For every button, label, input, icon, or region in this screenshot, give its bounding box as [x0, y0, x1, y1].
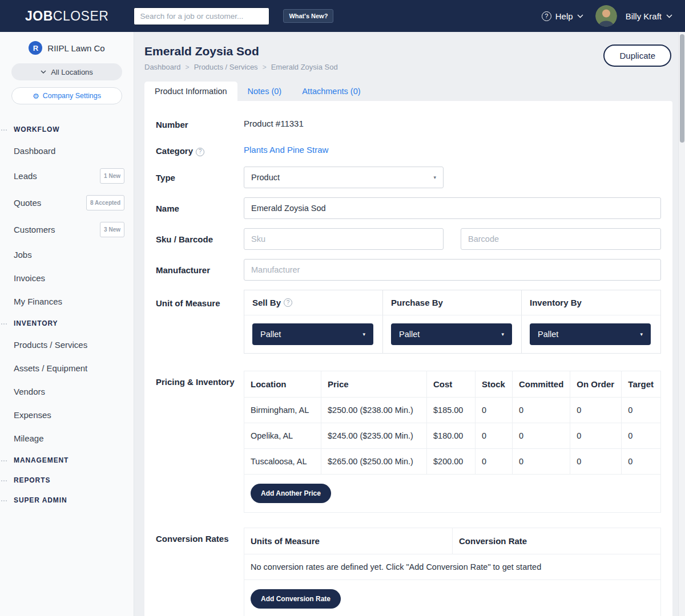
company-settings-button[interactable]: ⚙ Company Settings	[11, 87, 122, 104]
locations-label: All Locations	[51, 68, 93, 76]
breadcrumb-separator: >	[186, 63, 190, 71]
sidebar-item-invoices[interactable]: Invoices	[0, 266, 134, 290]
app-window: JOBCLOSER What's New? ? Help	[0, 0, 685, 616]
conversion-empty-row: No conversion rates are defined yet. Cli…	[244, 554, 661, 580]
tab-attachments[interactable]: Attachments (0)	[292, 82, 370, 101]
product-information-card: Number Product #11331 Category? Plants A…	[144, 101, 672, 616]
pricing-header-row: Location Price Cost Stock Committed On O…	[244, 371, 661, 398]
category-label: Category?	[156, 140, 244, 157]
user-menu[interactable]: Billy Kraft	[626, 11, 672, 21]
target-cell: 0	[622, 398, 661, 423]
tab-notes[interactable]: Notes (0)	[237, 82, 292, 101]
purchase-by-select[interactable]: Pallet▾	[391, 323, 512, 345]
global-search-input[interactable]	[134, 7, 269, 25]
chevron-down-icon: ▾	[433, 175, 436, 180]
avatar[interactable]	[595, 5, 617, 27]
breadcrumb-dashboard[interactable]: Dashboard	[144, 63, 181, 71]
name-input[interactable]	[244, 197, 661, 219]
sidebar-item-label: My Finances	[14, 295, 62, 307]
location-link[interactable]: Opelika, AL	[251, 431, 293, 440]
type-select-value: Product	[251, 173, 280, 182]
sidebar-item-my-finances[interactable]: My Finances	[0, 290, 134, 313]
sidebar-item-quotes[interactable]: Quotes8 Accepted	[0, 189, 134, 216]
pricing-table: Location Price Cost Stock Committed On O…	[244, 371, 661, 513]
conversion-rates-table: Units of Measure Conversion Rate No conv…	[244, 528, 661, 616]
price-cell: $250.00 ($238.00 Min.)	[321, 398, 427, 423]
number-value: Product #11331	[244, 114, 304, 131]
pricing-header-committed: Committed	[513, 371, 570, 398]
sidebar-nav: WORKFLOW Dashboard Leads1 New Quotes8 Ac…	[0, 119, 134, 510]
page-scrollbar[interactable]	[678, 32, 685, 616]
pricing-header-location: Location	[244, 371, 321, 398]
sidebar-item-customers[interactable]: Customers3 New	[0, 216, 134, 243]
sidebar-item-label: Expenses	[14, 409, 51, 421]
chevron-down-icon	[41, 70, 46, 74]
sidebar-item-jobs[interactable]: Jobs	[0, 243, 134, 266]
chevron-down-icon: ▾	[501, 331, 504, 337]
nav-section-super-admin[interactable]: SUPER ADMIN	[0, 490, 134, 510]
committed-cell: 0	[513, 449, 570, 475]
sidebar-item-assets-equipment[interactable]: Assets / Equipment	[0, 356, 134, 380]
sidebar-item-label: Jobs	[14, 249, 32, 261]
manufacturer-row: Manufacturer	[156, 259, 661, 281]
unit-of-measure-table: Sell By? Purchase By Inventory By Pallet…	[244, 290, 661, 354]
nav-section-reports[interactable]: REPORTS	[0, 470, 134, 490]
sidebar-item-vendors[interactable]: Vendors	[0, 380, 134, 403]
nav-section-inventory[interactable]: INVENTORY	[0, 313, 134, 333]
manufacturer-input[interactable]	[244, 259, 661, 281]
sidebar-item-products-services[interactable]: Products / Services	[0, 333, 134, 356]
unit-of-measure-label: Unit of Measure	[156, 290, 244, 354]
category-link[interactable]: Plants And Pine Straw	[244, 140, 328, 157]
sidebar-item-label: Vendors	[14, 386, 45, 398]
sidebar-item-expenses[interactable]: Expenses	[0, 403, 134, 427]
main-content: Emerald Zoysia Sod Dashboard > Products …	[134, 32, 678, 616]
nav-section-workflow[interactable]: WORKFLOW	[0, 119, 134, 139]
leads-badge: 1 New	[100, 168, 124, 184]
price-cell: $265.00 ($250.00 Min.)	[321, 449, 427, 475]
company-header[interactable]: R RIIPL Lawn Co	[0, 41, 134, 55]
manufacturer-label: Manufacturer	[156, 259, 244, 281]
type-select[interactable]: Product ▾	[244, 167, 444, 188]
stock-cell: 0	[476, 423, 513, 449]
help-menu[interactable]: ? Help	[542, 11, 583, 21]
locations-dropdown[interactable]: All Locations	[11, 63, 122, 80]
sidebar-item-label: Mileage	[14, 432, 44, 444]
barcode-input[interactable]	[461, 228, 661, 250]
sku-input[interactable]	[244, 228, 444, 250]
breadcrumb-current: Emerald Zoysia Sod	[271, 63, 338, 71]
type-label: Type	[156, 167, 244, 188]
conversion-rates-label: Conversion Rates	[156, 528, 244, 616]
help-question-icon[interactable]: ?	[284, 298, 292, 307]
location-link[interactable]: Birmingham, AL	[251, 406, 309, 415]
on-order-cell: 0	[570, 423, 622, 449]
committed-cell: 0	[513, 423, 570, 449]
sell-by-select[interactable]: Pallet▾	[252, 323, 373, 345]
company-logo: R	[29, 41, 42, 55]
help-question-icon[interactable]: ?	[196, 148, 204, 156]
stock-cell: 0	[476, 398, 513, 423]
app-logo[interactable]: JOBCLOSER	[25, 9, 108, 24]
chevron-down-icon	[666, 14, 672, 18]
conversion-header-units: Units of Measure	[244, 528, 453, 554]
nav-section-management[interactable]: MANAGEMENT	[0, 450, 134, 470]
add-another-price-button[interactable]: Add Another Price	[251, 484, 331, 503]
scrollbar-thumb[interactable]	[680, 34, 684, 143]
help-icon: ?	[542, 11, 551, 21]
pricing-inventory-label: Pricing & Inventory	[156, 371, 244, 513]
location-link[interactable]: Tuscaloosa, AL	[251, 457, 307, 466]
duplicate-button[interactable]: Duplicate	[603, 44, 671, 67]
breadcrumb-products-services[interactable]: Products / Services	[194, 63, 258, 71]
sidebar-item-leads[interactable]: Leads1 New	[0, 163, 134, 189]
sku-barcode-row: Sku / Barcode	[156, 228, 661, 250]
on-order-cell: 0	[570, 398, 622, 423]
target-cell: 0	[622, 423, 661, 449]
sidebar: R RIIPL Lawn Co All Locations ⚙ Company …	[0, 32, 134, 616]
add-conversion-rate-button[interactable]: Add Conversion Rate	[251, 589, 341, 609]
sidebar-item-dashboard[interactable]: Dashboard	[0, 139, 134, 163]
sidebar-item-mileage[interactable]: Mileage	[0, 427, 134, 450]
conversion-empty-text: No conversion rates are defined yet. Cli…	[244, 554, 661, 580]
whats-new-button[interactable]: What's New?	[283, 9, 333, 23]
tab-product-information[interactable]: Product Information	[144, 82, 237, 101]
pricing-header-stock: Stock	[476, 371, 513, 398]
inventory-by-select[interactable]: Pallet▾	[530, 323, 651, 345]
